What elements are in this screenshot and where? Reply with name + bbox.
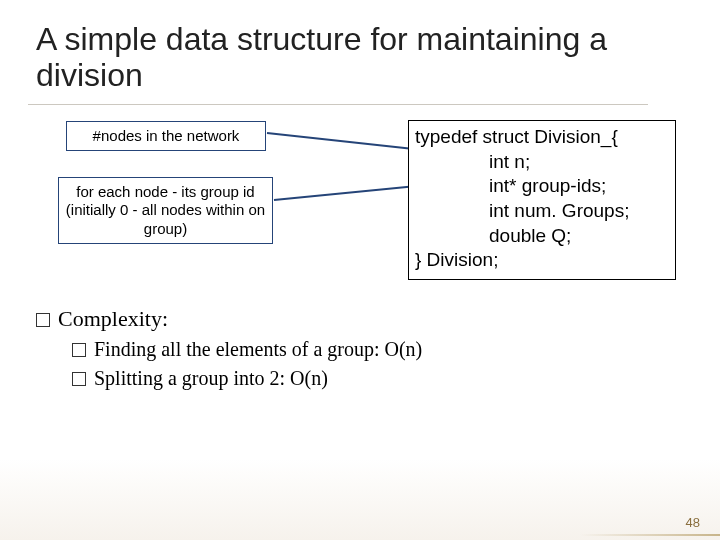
bullet-finding: Finding all the elements of a group: O(n… (72, 338, 684, 361)
code-line-1: typedef struct Division_{ (415, 125, 669, 150)
code-line-4: int num. Groups; (415, 199, 669, 224)
bullet-splitting: Splitting a group into 2: O(n) (72, 367, 684, 390)
annotation-groupids: for each node - its group id (initially … (58, 177, 273, 244)
code-line-3: int* group-ids; (415, 174, 669, 199)
code-box: typedef struct Division_{ int n; int* gr… (408, 120, 676, 280)
title-underline (28, 104, 648, 105)
slide-title: A simple data structure for maintaining … (36, 22, 684, 94)
bullet-box-icon (36, 313, 50, 327)
code-line-6: } Division; (415, 248, 669, 273)
code-line-2: int n; (415, 150, 669, 175)
bullet-complexity: Complexity: (36, 306, 684, 332)
footer-accent (580, 534, 720, 536)
slide: A simple data structure for maintaining … (0, 0, 720, 540)
bullet-list: Complexity: Finding all the elements of … (36, 306, 684, 390)
annotation-nodes: #nodes in the network (66, 121, 266, 151)
code-line-5: double Q; (415, 224, 669, 249)
bullet-box-icon (72, 343, 86, 357)
bullet-box-icon (72, 372, 86, 386)
page-number: 48 (686, 515, 700, 530)
